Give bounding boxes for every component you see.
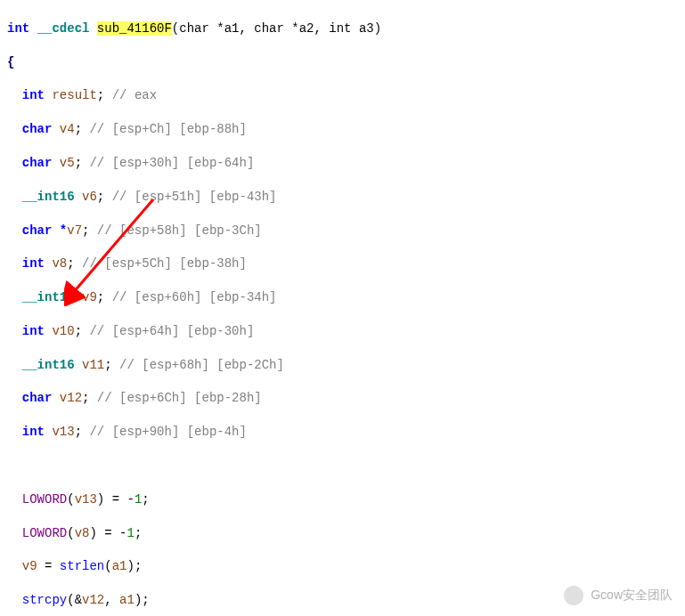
watermark-text: Gcow安全团队	[591, 588, 673, 604]
decompiled-code: int __cdecl sub_41160F(char *a1, char *a…	[0, 0, 685, 616]
watermark-icon	[564, 586, 583, 605]
watermark: Gcow安全团队	[564, 586, 673, 605]
func-signature: int __cdecl sub_41160F(char *a1, char *a…	[7, 20, 678, 37]
